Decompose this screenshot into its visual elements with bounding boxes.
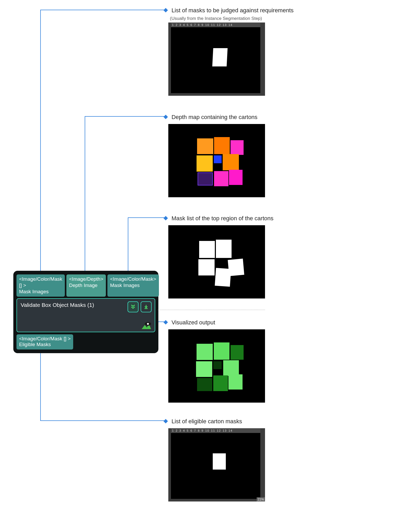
- port-label: Mask Images: [19, 289, 62, 295]
- thumbnail-tabs: 1234567891011121314: [171, 22, 260, 27]
- diamond-icon: [164, 320, 168, 325]
- annotation-visualized-output: Visualized output: [164, 319, 215, 326]
- port-label: Depth Image: [69, 282, 103, 289]
- annotation-depth-map: Depth map containing the cartons: [164, 114, 257, 121]
- double-chevron-down-icon: [130, 304, 136, 310]
- input-port-depth-image[interactable]: <Image/Depth> Depth Image: [66, 274, 106, 297]
- annotation-title: Visualized output: [171, 319, 215, 326]
- annotation-eligible-masks: List of eligible carton masks: [164, 418, 242, 425]
- diamond-icon: [164, 216, 168, 221]
- input-port-mask-images-list[interactable]: <Image/Color/Mask [] > Mask Images: [16, 274, 65, 297]
- zoom-badge: 21%: [257, 497, 265, 501]
- node-body[interactable]: Validate Box Object Masks (1): [16, 298, 155, 332]
- thumbnail-tabs: 1234567891011121314: [171, 428, 260, 433]
- node-input-ports: <Image/Color/Mask [] > Mask Images <Imag…: [16, 274, 155, 297]
- annotation-title: Mask list of the top region of the carto…: [171, 215, 273, 222]
- download-arrow-icon: [143, 304, 149, 310]
- port-label: Mask Images: [110, 282, 156, 289]
- diamond-icon: [164, 115, 168, 119]
- diamond-icon: [164, 419, 168, 424]
- port-type: <Image/Color/Mask>: [110, 276, 156, 282]
- download-button[interactable]: [141, 301, 152, 312]
- port-type: <Image/Depth>: [69, 276, 103, 282]
- thumbnail-top-masks: [168, 225, 265, 298]
- port-type: <Image/Color/Mask [] >: [19, 336, 71, 341]
- annotation-title: List of eligible carton masks: [171, 418, 242, 425]
- diamond-icon: [164, 8, 168, 13]
- output-port-eligible-masks[interactable]: <Image/Color/Mask [] > Eligible Masks: [16, 334, 73, 349]
- annotation-masks-input: List of masks to be judged against requi…: [164, 7, 294, 22]
- port-label: Eligible Masks: [19, 342, 51, 347]
- thumbnail-eligible-masks: 1234567891011121314 21%: [168, 428, 265, 501]
- annotation-top-masks: Mask list of the top region of the carto…: [164, 215, 273, 222]
- thumbnail-masks-input: 1234567891011121314: [168, 22, 265, 96]
- expand-down-button[interactable]: [128, 301, 139, 312]
- annotation-subtitle: (Usually from the Instance Segmentation …: [170, 16, 262, 21]
- step-node-validate-box-object-masks: <Image/Color/Mask [] > Mask Images <Imag…: [13, 271, 158, 353]
- thumbnail-visualized-output: [168, 329, 265, 403]
- input-port-mask-images[interactable]: <Image/Color/Mask> Mask Images: [107, 274, 159, 297]
- section-divider: [158, 310, 265, 310]
- port-type: <Image/Color/Mask [] >: [19, 276, 62, 289]
- visualize-output-icon[interactable]: [141, 322, 152, 330]
- annotation-title: Depth map containing the cartons: [171, 114, 257, 120]
- svg-point-2: [147, 323, 149, 325]
- annotation-title: List of masks to be judged against requi…: [171, 7, 294, 14]
- node-action-buttons: [128, 301, 152, 312]
- thumbnail-depth-map: [168, 124, 265, 197]
